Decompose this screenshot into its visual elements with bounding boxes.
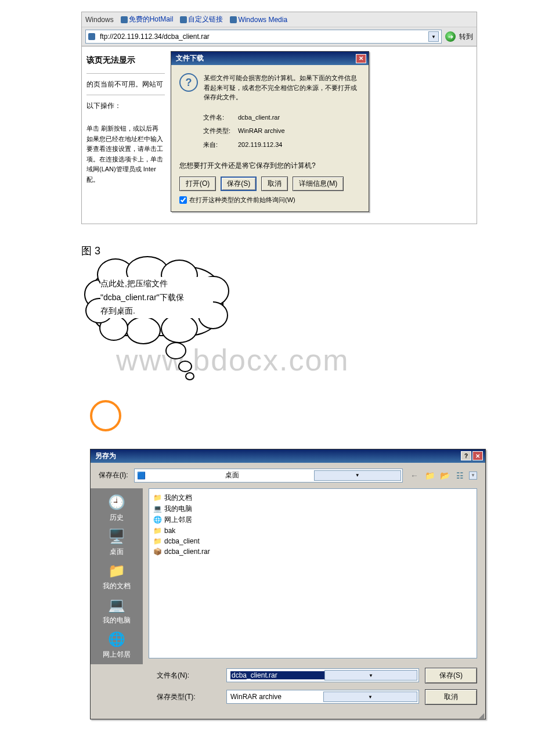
link-item[interactable]: Windows Media <box>230 16 287 24</box>
place-history[interactable]: 🕘历史 <box>93 492 140 524</box>
question-icon: ? <box>179 73 198 92</box>
go-icon[interactable]: ➔ <box>445 31 456 42</box>
filename-input[interactable]: dcba_client.rar ▼ <box>226 668 419 682</box>
file-download-dialog: 文件下载 ✕ ? 某些文件可能会损害您的计算机。如果下面的文件信息看起来可疑，或… <box>171 51 369 212</box>
place-docs[interactable]: 📁我的文档 <box>93 560 140 592</box>
list-item[interactable]: 📁我的文档 <box>153 492 473 503</box>
file-icon: 🌐 <box>153 515 162 524</box>
resize-grip[interactable]: ◢ <box>91 713 485 719</box>
list-item[interactable]: 🌐网上邻居 <box>153 514 473 525</box>
help-icon[interactable]: ? <box>461 451 471 460</box>
links-label: Windows <box>85 16 114 24</box>
list-item[interactable]: 📁dcba_client <box>153 536 473 546</box>
file-info: 文件名:dcba_client.rar 文件类型:WinRAR archive … <box>201 110 287 153</box>
checkbox-input[interactable] <box>179 196 187 204</box>
warning-text: 某些文件可能会损害您的计算机。如果下面的文件信息看起来可疑，或者您不完全相信它的… <box>204 73 360 102</box>
address-bar: ▼ ➔ 转到 <box>82 27 477 46</box>
link-item[interactable]: 免费的HotMail <box>121 15 174 24</box>
error-heading: 以下操作： <box>86 100 165 111</box>
views-icon[interactable]: ☷ <box>454 470 466 481</box>
cloud-line: "dcba_client.rar"下载保 <box>100 291 213 305</box>
desktop-icon: 🟦 <box>137 471 223 480</box>
ie-icon <box>121 16 128 23</box>
file-icon: 📁 <box>153 526 162 535</box>
dialog-title: 文件下载 <box>176 53 204 63</box>
address-input[interactable] <box>99 32 426 41</box>
thought-bubble: 点此处,把压缩文件 "dcba_client.rar"下载保 存到桌面. <box>90 267 276 388</box>
dialog-title-bar: 另存为 ? ✕ <box>91 449 485 463</box>
dropdown-icon[interactable]: ▼ <box>314 470 401 481</box>
save-in-combo[interactable]: 🟦 桌面 ▼ <box>134 469 403 483</box>
ie-icon <box>230 16 237 23</box>
dropdown-icon[interactable]: ▼ <box>323 692 417 702</box>
more-info-button[interactable]: 详细信息(M) <box>293 177 344 191</box>
error-pane: 该页无法显示 的页当前不可用。网站可 以下操作： 单击 刷新按钮，或以后再 如果… <box>82 46 168 224</box>
close-icon[interactable]: ✕ <box>472 451 483 460</box>
filetype-combo[interactable]: WinRAR archive ▼ <box>226 690 419 704</box>
error-title: 该页无法显示 <box>86 53 165 67</box>
place-network[interactable]: 🌐网上邻居 <box>93 629 140 661</box>
cancel-button[interactable]: 取消 <box>261 177 288 191</box>
link-item[interactable]: 自定义链接 <box>180 15 223 24</box>
cloud-line: 点此处,把压缩文件 <box>100 277 213 291</box>
filename-label: 文件名(N): <box>157 671 221 681</box>
ie-icon <box>180 16 187 23</box>
circle-marker <box>90 400 121 431</box>
open-button[interactable]: 打开(O) <box>179 177 216 191</box>
save-in-label: 保存在(I): <box>99 470 128 480</box>
close-icon[interactable]: ✕ <box>356 54 366 63</box>
save-as-dialog: 另存为 ? ✕ 保存在(I): 🟦 桌面 ▼ ← 📁 📂 ☷ ▼ � <box>90 449 486 719</box>
place-computer[interactable]: 💻我的电脑 <box>93 595 140 627</box>
list-item[interactable]: 📁bak <box>153 525 473 536</box>
dialog-title: 另存为 <box>95 451 116 461</box>
file-icon: 📁 <box>153 493 162 502</box>
list-item[interactable]: 📦dcba_client.rar <box>153 546 473 557</box>
up-icon[interactable]: 📁 <box>424 470 435 481</box>
save-in-value: 桌面 <box>225 470 311 480</box>
address-box[interactable]: ▼ <box>85 30 442 44</box>
dropdown-icon[interactable]: ▼ <box>428 31 439 42</box>
ie-icon <box>88 33 95 40</box>
prompt-text: 您想要打开文件还是将它保存到您的计算机? <box>179 161 360 171</box>
save-button[interactable]: 保存(S) <box>425 668 477 683</box>
error-bullets: 单击 刷新按钮，或以后再 如果您已经在地址栏中输入 要查看连接设置，请单击工 项… <box>86 124 165 185</box>
file-icon: 📦 <box>153 547 162 556</box>
dropdown-icon[interactable]: ▼ <box>469 471 477 480</box>
cloud-line: 存到桌面. <box>100 304 213 318</box>
new-folder-icon[interactable]: 📂 <box>439 470 450 481</box>
always-ask-checkbox[interactable]: 在打开这种类型的文件前始终询问(W) <box>179 196 360 204</box>
file-icon: 📁 <box>153 537 162 546</box>
filetype-label: 保存类型(T): <box>157 692 221 702</box>
error-line: 的页当前不可用。网站可 <box>86 78 165 90</box>
go-label: 转到 <box>459 32 473 42</box>
save-button[interactable]: 保存(S) <box>221 177 257 191</box>
list-item[interactable]: 💻我的电脑 <box>153 503 473 514</box>
dropdown-icon[interactable]: ▼ <box>324 670 417 681</box>
file-list[interactable]: 📁我的文档💻我的电脑🌐网上邻居📁bak📁dcba_client📦dcba_cli… <box>149 488 477 658</box>
cancel-button[interactable]: 取消 <box>425 689 477 705</box>
links-toolbar: Windows 免费的HotMail 自定义链接 Windows Media <box>82 12 477 27</box>
back-icon[interactable]: ← <box>409 470 420 481</box>
place-desktop[interactable]: 🖥️桌面 <box>93 526 140 558</box>
file-icon: 💻 <box>153 504 162 513</box>
places-bar: 🕘历史 🖥️桌面 📁我的文档 💻我的电脑 🌐网上邻居 <box>91 488 143 664</box>
browser-window: Windows 免费的HotMail 自定义链接 Windows Media ▼… <box>81 12 477 224</box>
dialog-title-bar: 文件下载 ✕ <box>171 52 369 65</box>
